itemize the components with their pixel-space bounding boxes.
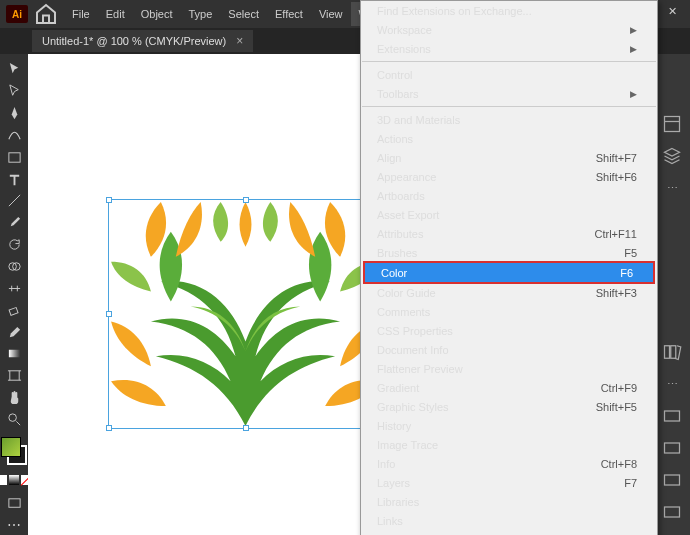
menu-select[interactable]: Select [220, 2, 267, 26]
menu-object[interactable]: Object [133, 2, 181, 26]
selection-bounds[interactable] [108, 199, 383, 429]
eraser-tool-icon[interactable] [2, 300, 26, 320]
gradient-mode-icon[interactable] [9, 475, 19, 485]
menu-item-3d-and-materials[interactable]: 3D and Materials [361, 110, 657, 129]
menu-item-asset-export[interactable]: Asset Export [361, 205, 657, 224]
menu-bar: FileEditObjectTypeSelectEffectViewWindow [64, 2, 406, 26]
menu-view[interactable]: View [311, 2, 351, 26]
menu-item-libraries[interactable]: Libraries [361, 492, 657, 511]
line-tool-icon[interactable] [2, 191, 26, 211]
document-tab[interactable]: Untitled-1* @ 100 % (CMYK/Preview) × [32, 30, 253, 52]
menu-item-color[interactable]: ColorF6 [363, 261, 655, 284]
direct-selection-tool-icon[interactable] [2, 82, 26, 102]
gradient-tool-icon[interactable] [2, 344, 26, 364]
color-mode-icon[interactable] [0, 475, 7, 485]
svg-point-6 [8, 414, 16, 422]
window-menu-dropdown: Find Extensions on Exchange...Workspace▶… [360, 0, 658, 535]
screen-mode-icon[interactable] [2, 493, 26, 513]
resize-handle[interactable] [243, 197, 249, 203]
svg-rect-4 [8, 350, 19, 358]
svg-rect-12 [665, 443, 680, 453]
menu-item-layers[interactable]: LayersF7 [361, 473, 657, 492]
menu-item-magic-wand[interactable]: Magic Wand [361, 530, 657, 535]
menu-item-attributes[interactable]: AttributesCtrl+F11 [361, 224, 657, 243]
color-mode-icons[interactable] [0, 475, 31, 485]
menu-item-brushes[interactable]: BrushesF5 [361, 243, 657, 262]
menu-item-css-properties[interactable]: CSS Properties [361, 321, 657, 340]
document-title: Untitled-1* @ 100 % (CMYK/Preview) [42, 35, 226, 47]
rotate-tool-icon[interactable] [2, 235, 26, 255]
menu-item-color-guide[interactable]: Color GuideShift+F3 [361, 283, 657, 302]
menu-item-actions[interactable]: Actions [361, 129, 657, 148]
menu-item-find-extensions-on-exchange-[interactable]: Find Extensions on Exchange... [361, 1, 657, 20]
fill-stroke-swatches[interactable] [1, 437, 27, 465]
svg-rect-10 [671, 346, 676, 359]
rectangle-tool-icon[interactable] [2, 147, 26, 167]
menu-item-appearance[interactable]: AppearanceShift+F6 [361, 167, 657, 186]
menu-item-info[interactable]: InfoCtrl+F8 [361, 454, 657, 473]
properties-panel-icon[interactable] [662, 114, 682, 134]
hand-tool-icon[interactable] [2, 388, 26, 408]
resize-handle[interactable] [106, 311, 112, 317]
tools-panel: ⋯ [0, 54, 28, 535]
eyedropper-tool-icon[interactable] [2, 322, 26, 342]
panel-icon[interactable] [662, 438, 682, 458]
resize-handle[interactable] [106, 197, 112, 203]
menu-item-workspace[interactable]: Workspace▶ [361, 20, 657, 39]
width-tool-icon[interactable] [2, 278, 26, 298]
menu-effect[interactable]: Effect [267, 2, 311, 26]
menu-item-artboards[interactable]: Artboards [361, 186, 657, 205]
artwork-content [111, 202, 380, 426]
resize-handle[interactable] [243, 425, 249, 431]
menu-item-toolbars[interactable]: Toolbars▶ [361, 84, 657, 103]
resize-handle[interactable] [106, 425, 112, 431]
pen-tool-icon[interactable] [2, 104, 26, 124]
svg-rect-13 [665, 475, 680, 485]
svg-rect-11 [665, 411, 680, 421]
menu-item-links[interactable]: Links [361, 511, 657, 530]
menu-item-flattener-preview[interactable]: Flattener Preview [361, 359, 657, 378]
paintbrush-tool-icon[interactable] [2, 213, 26, 233]
selection-tool-icon[interactable] [2, 60, 26, 80]
fill-swatch[interactable] [1, 437, 21, 457]
menu-item-document-info[interactable]: Document Info [361, 340, 657, 359]
layers-panel-icon[interactable] [662, 146, 682, 166]
zoom-tool-icon[interactable] [2, 410, 26, 430]
more-panel-icon[interactable]: ⋯ [662, 374, 682, 394]
svg-rect-0 [8, 153, 19, 162]
panel-icon[interactable] [662, 502, 682, 522]
menu-item-image-trace[interactable]: Image Trace [361, 435, 657, 454]
app-logo: Ai [6, 5, 28, 23]
menu-item-gradient[interactable]: GradientCtrl+F9 [361, 378, 657, 397]
panel-icon[interactable] [662, 470, 682, 490]
svg-rect-14 [665, 507, 680, 517]
panel-icon[interactable] [662, 406, 682, 426]
menu-edit[interactable]: Edit [98, 2, 133, 26]
menu-file[interactable]: File [64, 2, 98, 26]
more-panel-icon[interactable]: ⋯ [662, 178, 682, 198]
type-tool-icon[interactable] [2, 169, 26, 189]
artboard-tool-icon[interactable] [2, 366, 26, 386]
home-icon[interactable] [34, 2, 58, 26]
shape-builder-tool-icon[interactable] [2, 257, 26, 277]
right-panel-dock: ⋯ ⋯ [654, 54, 690, 535]
menu-item-control[interactable]: Control [361, 65, 657, 84]
svg-rect-8 [665, 117, 680, 132]
libraries-panel-icon[interactable] [662, 342, 682, 362]
close-tab-icon[interactable]: × [236, 34, 243, 48]
svg-rect-7 [8, 499, 19, 507]
menu-type[interactable]: Type [181, 2, 221, 26]
curvature-tool-icon[interactable] [2, 126, 26, 146]
close-button[interactable]: ✕ [654, 0, 690, 22]
svg-rect-3 [9, 307, 18, 315]
menu-item-comments: Comments [361, 302, 657, 321]
menu-item-align[interactable]: AlignShift+F7 [361, 148, 657, 167]
edit-toolbar-icon[interactable]: ⋯ [2, 515, 26, 535]
svg-rect-5 [9, 371, 18, 380]
menu-item-extensions[interactable]: Extensions▶ [361, 39, 657, 58]
menu-item-graphic-styles[interactable]: Graphic StylesShift+F5 [361, 397, 657, 416]
menu-item-history[interactable]: History [361, 416, 657, 435]
svg-rect-9 [665, 346, 670, 359]
